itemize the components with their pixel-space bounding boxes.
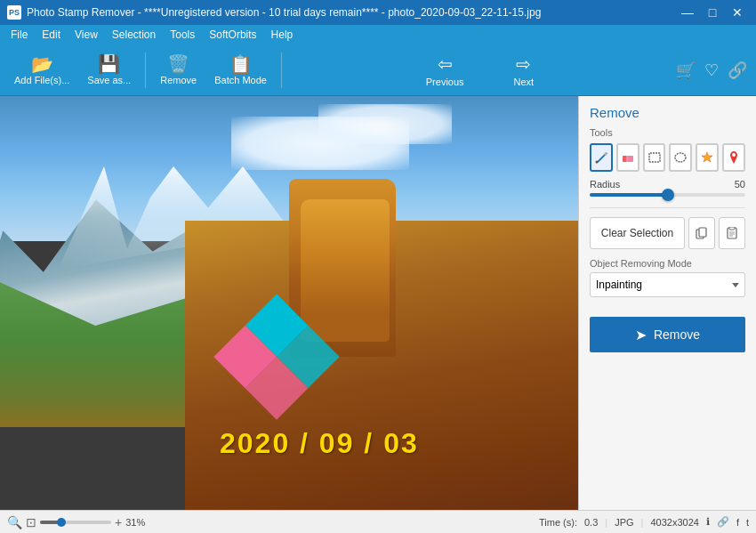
remove-icon: 🗑️ [167,55,189,73]
save-as-button[interactable]: 💾 Save as... [80,52,138,89]
close-button[interactable]: ✕ [726,4,749,21]
smart-icon [700,150,714,165]
mode-select[interactable]: Inpainting Content Aware Patch Match [590,272,745,297]
status-left: 🔍 ⊡ + 31% [7,515,532,529]
panel-divider [590,207,745,208]
toolbar-sep-1 [145,52,146,88]
info-icon[interactable]: ℹ [706,516,710,528]
image-canvas: 2020 / 09 / 03 [0,96,578,510]
share-status-icon[interactable]: 🔗 [717,516,729,528]
window-controls: — □ ✕ [676,4,749,21]
copy-selection-button[interactable] [688,217,715,249]
status-sep-2: | [641,517,644,528]
svg-rect-11 [729,227,735,230]
toolbar: 📂 Add File(s)... 💾 Save as... 🗑️ Remove … [0,44,756,96]
save-icon: 💾 [98,55,120,73]
previous-button[interactable]: ⇦ Previous [419,52,471,89]
zoom-slider[interactable] [40,521,111,524]
paste-selection-button[interactable] [719,217,745,249]
facebook-icon[interactable]: f [736,517,739,528]
slider-thumb[interactable] [662,189,674,201]
menu-softorbits[interactable]: SoftOrbits [202,27,263,43]
cart-icon[interactable]: 🛒 [674,59,697,82]
svg-rect-9 [699,228,706,237]
zoom-in-button[interactable]: + [115,515,122,529]
image-dimensions: 4032x3024 [650,517,698,528]
zoom-thumb[interactable] [57,518,66,527]
zoom-fit-button[interactable]: ⊡ [26,515,36,529]
pin-tool-button[interactable] [722,143,745,172]
remove-label: Remove [160,75,197,85]
panel-title: Remove [590,105,745,120]
eraser-icon [621,150,635,165]
batch-mode-button[interactable]: 📋 Batch Mode [207,52,274,89]
add-files-button[interactable]: 📂 Add File(s)... [7,52,76,89]
share-icon[interactable]: 🔗 [726,59,749,82]
tools-label: Tools [590,127,745,138]
zoom-out-button[interactable]: 🔍 [7,515,22,529]
svg-rect-3 [623,156,627,162]
add-files-label: Add File(s)... [14,75,69,85]
time-value: 0.3 [584,517,598,528]
toolbar-left: 📂 Add File(s)... 💾 Save as... [7,52,138,89]
svg-point-7 [732,153,736,157]
menu-edit[interactable]: Edit [35,27,68,43]
date-watermark: 2020 / 09 / 03 [220,427,419,460]
favorite-icon[interactable]: ♡ [703,59,720,82]
eraser-tool-button[interactable] [616,143,639,172]
svg-rect-5 [649,153,660,162]
menu-view[interactable]: View [68,27,105,43]
title-text: Photo Stamp Remover - ****Unregistered v… [27,6,541,19]
remove-action-button[interactable]: ➤ Remove [590,317,745,352]
clear-selection-button[interactable]: Clear Selection [590,217,685,249]
tools-row [590,143,745,172]
menu-tools[interactable]: Tools [163,27,202,43]
object-mode-label: Object Removing Mode [590,258,745,269]
file-format: JPG [615,517,633,528]
twitter-icon[interactable]: t [746,517,749,528]
app-icon: PS [7,5,21,20]
paste-icon [726,227,738,239]
status-bar: 🔍 ⊡ + 31% Time (s): 0.3 | JPG | 4032x302… [0,510,756,533]
menu-selection[interactable]: Selection [105,27,163,43]
title-bar: PS Photo Stamp Remover - ****Unregistere… [0,0,756,25]
copy-icon [696,227,708,239]
maximize-button[interactable]: □ [701,4,724,21]
rect-tool-button[interactable] [643,143,666,172]
batch-mode-label: Batch Mode [214,75,267,85]
title-bar-left: PS Photo Stamp Remover - ****Unregistere… [7,5,541,20]
next-arrow-icon: ⇨ [516,53,531,75]
add-files-icon: 📂 [31,55,53,73]
next-button[interactable]: ⇨ Next [507,52,542,89]
previous-label: Previous [426,77,464,87]
clear-selection-row: Clear Selection [590,217,745,249]
brush-icon [594,150,608,165]
menu-bar: File Edit View Selection Tools SoftOrbit… [0,25,756,44]
svg-point-6 [675,153,686,162]
toolbar-nav: ⇦ Previous ⇨ Next [419,52,541,89]
cloud-layer-2 [318,104,452,144]
image-area[interactable]: 2020 / 09 / 03 [0,96,578,510]
batch-icon: 📋 [229,55,252,73]
pin-icon [727,150,741,165]
zoom-controls: 🔍 ⊡ + 31% [7,515,145,529]
rect-icon [647,150,662,165]
remove-btn-label: Remove [654,327,700,342]
remove-button[interactable]: 🗑️ Remove [153,52,204,89]
remove-btn-arrow: ➤ [635,327,647,343]
svg-point-1 [595,161,598,164]
ellipse-tool-button[interactable] [669,143,692,172]
menu-help[interactable]: Help [264,27,301,43]
slider-fill [590,193,668,197]
radius-label: Radius [590,179,620,190]
radius-value: 50 [735,179,745,190]
toolbar-middle: 🗑️ Remove 📋 Batch Mode [153,52,274,89]
logo-watermark [214,295,339,419]
radius-slider[interactable] [590,193,745,197]
smart-tool-button[interactable] [696,143,719,172]
time-label: Time (s): [539,517,577,528]
minimize-button[interactable]: — [676,4,699,21]
brush-tool-button[interactable] [590,143,613,172]
menu-file[interactable]: File [4,27,35,43]
prev-arrow-icon: ⇦ [438,53,453,75]
